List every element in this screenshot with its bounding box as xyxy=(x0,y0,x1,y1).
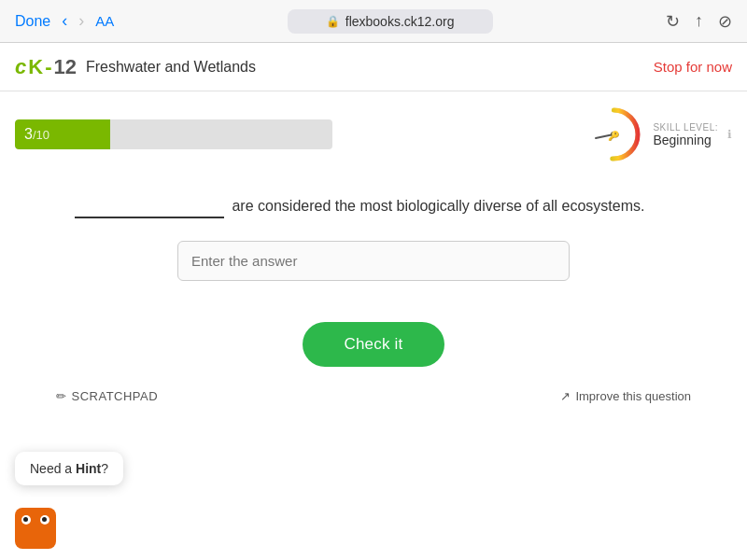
skill-gauge: 🔑 SKILL LEVEL: Beginning ℹ xyxy=(584,105,732,164)
question-blank xyxy=(75,192,224,218)
main-content: 3 / 10 xyxy=(0,91,747,560)
page-title: Freshwater and Wetlands xyxy=(86,59,256,76)
progress-current: 3 xyxy=(24,126,33,143)
browser-bar: Done ‹ › AA 🔒 flexbooks.ck12.org ↻ ↑ ⊘ xyxy=(0,0,747,43)
improve-label: Improve this question xyxy=(575,389,691,403)
scratchpad-link[interactable]: ✏ SCRATCHPAD xyxy=(56,389,158,403)
improve-icon: ↗ xyxy=(560,389,571,403)
svg-text:🔑: 🔑 xyxy=(608,130,620,142)
url-bar: 🔒 flexbooks.ck12.org xyxy=(288,9,493,34)
progress-total: 10 xyxy=(36,128,49,142)
ck12-logo: c K - 12 xyxy=(15,55,77,79)
hint-prefix: Need a xyxy=(30,461,76,476)
back-button[interactable]: ‹ xyxy=(62,11,67,31)
share-icon[interactable]: ↑ xyxy=(695,11,703,31)
stop-button[interactable]: Stop for now xyxy=(654,59,732,75)
logo-dash2: - xyxy=(45,55,51,79)
skill-info-icon[interactable]: ℹ xyxy=(727,128,732,141)
skill-gauge-svg: 🔑 xyxy=(584,105,643,164)
app-header: c K - 12 Freshwater and Wetlands Stop fo… xyxy=(0,43,747,91)
progress-bar: 3 / 10 xyxy=(15,119,332,149)
hint-popup[interactable]: Need a Hint? xyxy=(15,452,123,485)
logo-dash: K xyxy=(28,55,43,79)
skill-level-value: Beginning xyxy=(653,133,718,147)
check-button[interactable]: Check it xyxy=(303,322,444,367)
logo-c: c xyxy=(15,55,26,79)
hint-suffix: ? xyxy=(101,461,108,476)
text-size-button[interactable]: AA xyxy=(95,13,114,29)
logo-12: 12 xyxy=(53,55,76,79)
forward-button[interactable]: › xyxy=(78,11,84,31)
question-area: are considered the most biologically div… xyxy=(0,164,747,300)
more-icon[interactable]: ⊘ xyxy=(718,11,732,32)
done-button[interactable]: Done xyxy=(15,13,50,30)
url-text: flexbooks.ck12.org xyxy=(345,14,455,29)
check-button-container: Check it xyxy=(0,322,747,367)
progress-area: 3 / 10 xyxy=(0,91,747,164)
lock-icon: 🔒 xyxy=(326,15,340,28)
scratchpad-label: SCRATCHPAD xyxy=(72,389,159,403)
reload-icon[interactable]: ↻ xyxy=(666,11,680,32)
footer-links: ✏ SCRATCHPAD ↗ Improve this question xyxy=(0,374,747,418)
answer-input[interactable] xyxy=(177,241,570,281)
skill-level-label: SKILL LEVEL: xyxy=(653,122,718,133)
improve-link[interactable]: ↗ Improve this question xyxy=(560,389,691,403)
question-text: are considered the most biologically div… xyxy=(75,192,672,218)
mascot-eye-left xyxy=(21,515,31,525)
hint-bold: Hint xyxy=(76,461,101,476)
mascot xyxy=(15,508,56,549)
question-text-after: are considered the most biologically div… xyxy=(232,198,644,214)
mascot-eye-right xyxy=(40,515,49,525)
scratchpad-icon: ✏ xyxy=(56,389,67,403)
